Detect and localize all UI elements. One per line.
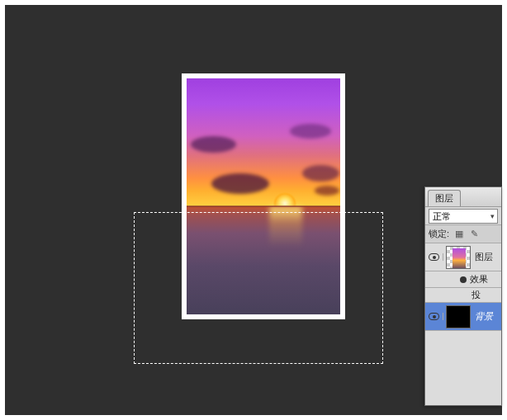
visibility-toggle[interactable] xyxy=(425,253,443,261)
effect-item-label: 投 xyxy=(471,289,481,301)
layer-label: 背景 xyxy=(473,310,493,323)
blend-mode-value: 正常 xyxy=(433,210,451,223)
chevron-down-icon: ▾ xyxy=(490,210,497,223)
layer-thumbnail[interactable] xyxy=(446,305,471,328)
tab-layers[interactable]: 图层 xyxy=(428,190,461,206)
layer-thumbnail[interactable] xyxy=(446,246,471,269)
layer-effect-item[interactable]: 投 xyxy=(425,288,501,303)
layers-panel: 图层 正常 ▾ 锁定: ▦ ✎ 图层 xyxy=(424,186,502,406)
eye-icon xyxy=(429,253,439,261)
layer-row[interactable]: 背景 xyxy=(425,303,501,331)
eye-icon xyxy=(429,313,439,320)
visibility-toggle[interactable] xyxy=(425,313,443,320)
lock-brush-icon[interactable]: ✎ xyxy=(469,229,479,239)
layer-row[interactable]: 图层 xyxy=(425,243,501,271)
layer-effects-row[interactable]: 效果 xyxy=(425,271,501,288)
canvas-area[interactable]: 图层 正常 ▾ 锁定: ▦ ✎ 图层 xyxy=(5,5,502,415)
fx-icon xyxy=(460,276,467,283)
layer-list: 图层 效果 投 背景 xyxy=(425,243,501,405)
lock-row: 锁定: ▦ ✎ xyxy=(425,225,501,243)
blend-mode-row: 正常 ▾ xyxy=(425,207,501,225)
panel-tabs: 图层 xyxy=(425,187,501,207)
sunset-image xyxy=(187,78,340,314)
layer-label: 图层 xyxy=(473,251,493,263)
image-frame xyxy=(182,73,345,319)
lock-label: 锁定: xyxy=(429,228,449,240)
effects-label: 效果 xyxy=(470,273,488,286)
lock-transparent-icon[interactable]: ▦ xyxy=(454,229,464,239)
panel-empty-area xyxy=(425,331,501,405)
blend-mode-select[interactable]: 正常 ▾ xyxy=(429,209,498,224)
